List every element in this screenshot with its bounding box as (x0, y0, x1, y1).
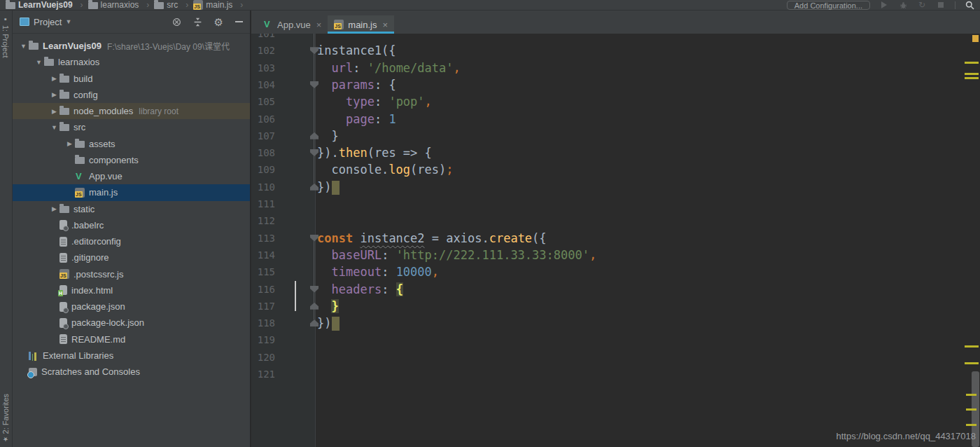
tree-item-.postcssrc.js[interactable]: .postcssrc.js (13, 266, 250, 282)
code-line-113[interactable]: 113const instance2 = axios.create({ (251, 230, 980, 247)
tree-expand-arrow[interactable]: ▶ (49, 205, 59, 212)
tree-item-App.vue[interactable]: App.vue (13, 168, 250, 184)
tree-item-learnaxios[interactable]: ▼learnaxios (13, 54, 250, 70)
code-line-102[interactable]: 102instance1({ (251, 42, 980, 59)
line-number: 104 (251, 76, 275, 93)
tree-item-main.js[interactable]: main.js (13, 184, 250, 200)
code-line-115[interactable]: 115 timeout: 10000, (251, 263, 980, 280)
tree-item-label: index.html (71, 285, 113, 296)
tree-item-config[interactable]: ▶config (13, 87, 250, 103)
tree-item-node_modules[interactable]: ▶node_moduleslibrary root (13, 103, 250, 119)
collapse-all-icon[interactable] (193, 18, 202, 27)
tree-item-.gitignore[interactable]: .gitignore (13, 249, 250, 266)
tree-item-static[interactable]: ▶static (13, 201, 250, 217)
folder-icon (59, 124, 69, 131)
code-editor[interactable]: 101102instance1({103 url: '/home/data',1… (251, 34, 980, 447)
tab-App.vue[interactable]: App.vue× (257, 15, 328, 34)
tree-item-LearnVuejs09[interactable]: ▼LearnVuejs09F:\share\13-Vuejs\Day 09\课堂… (13, 38, 250, 54)
tree-item-suffix: F:\share\13-Vuejs\Day 09\课堂代 (107, 40, 230, 52)
code-line-106[interactable]: 106 page: 1 (251, 111, 980, 128)
code-line-110[interactable]: 110}) (251, 179, 980, 195)
tree-item-README.md[interactable]: README.md (13, 331, 250, 348)
code-line-109[interactable]: 109 console.log(res); (251, 161, 980, 178)
code-line-108[interactable]: 108}).then(res => { (251, 144, 980, 161)
tree-expand-arrow[interactable]: ▶ (49, 108, 59, 115)
code-line-107[interactable]: 107 } (251, 128, 980, 144)
top-bar: LearnVuejs09learnaxiossrcmain.js Add Con… (0, 0, 980, 11)
inspections-indicator[interactable] (972, 35, 979, 42)
code-line-118[interactable]: 118}) (251, 315, 980, 331)
tree-expand-arrow[interactable]: ▼ (49, 124, 59, 131)
hide-panel-icon[interactable] (235, 21, 243, 22)
tree-expand-arrow[interactable]: ▶ (64, 140, 75, 147)
close-icon[interactable]: × (316, 20, 322, 30)
close-icon[interactable]: × (382, 20, 388, 30)
code-line-116[interactable]: 116 headers: { (251, 281, 980, 298)
code-line-114[interactable]: 114 baseURL: 'http://222.111.33.33:8000'… (251, 247, 980, 263)
tree-item-package.json[interactable]: package.json (13, 298, 250, 315)
tree-item-Scratches and Consoles[interactable]: Scratches and Consoles (13, 364, 250, 380)
tree-item-index.html[interactable]: index.html (13, 282, 250, 298)
tree-item-package-lock.json[interactable]: package-lock.json (13, 315, 250, 331)
tree-item-assets[interactable]: ▶assets (13, 136, 250, 152)
code-token: create (489, 231, 532, 245)
project-view-selector[interactable]: Project (34, 17, 62, 27)
tree-item-label: .gitignore (71, 252, 108, 263)
code-line-119[interactable]: 119 (251, 331, 980, 348)
code-line-121[interactable]: 121 (251, 366, 980, 383)
code-text: page: 1 (317, 111, 396, 128)
run-icon[interactable] (879, 0, 889, 10)
code-line-112[interactable]: 112 (251, 212, 980, 229)
selection-block (332, 317, 340, 331)
code-token (353, 231, 360, 245)
tree-item-build[interactable]: ▶build (13, 71, 250, 87)
breadcrumb-item-learnaxios[interactable]: learnaxios (88, 0, 155, 10)
code-token: , (454, 61, 461, 75)
code-token: '/home/data' (368, 61, 454, 75)
tree-expand-arrow[interactable]: ▼ (34, 59, 44, 66)
tree-expand-arrow[interactable]: ▶ (49, 75, 59, 82)
add-configuration-button[interactable]: Add Configuration... (787, 1, 870, 10)
coverage-icon[interactable]: ↻ (917, 0, 927, 10)
locate-file-icon[interactable] (172, 18, 181, 27)
breadcrumb-item-src[interactable]: src (154, 0, 193, 10)
project-view-icon (20, 18, 29, 26)
search-everywhere-icon[interactable] (965, 0, 974, 10)
chevron-down-icon[interactable]: ▼ (65, 18, 71, 25)
tree-item-External Libraries[interactable]: External Libraries (13, 348, 250, 364)
breadcrumb-item-LearnVuejs09[interactable]: LearnVuejs09 (6, 0, 88, 10)
code-token: 'http://222.111.33.33:8000' (396, 248, 589, 262)
code-line-117[interactable]: 117 } (251, 298, 980, 315)
tool-window-button-project[interactable]: 1: Project (1, 15, 10, 57)
stop-icon[interactable] (936, 0, 946, 10)
code-text: }).then(res => { (317, 144, 432, 161)
tool-window-button-favorites[interactable]: 2: Favorites (1, 394, 10, 443)
tree-item-src[interactable]: ▼src (13, 119, 250, 135)
code-line-103[interactable]: 103 url: '/home/data', (251, 60, 980, 76)
tree-expand-arrow[interactable]: ▶ (49, 91, 59, 98)
code-line-101[interactable]: 101 (251, 34, 980, 42)
breadcrumb-label: learnaxios (101, 0, 139, 10)
html-icon (59, 285, 67, 295)
line-number: 115 (251, 263, 275, 280)
code-token: headers (331, 282, 382, 296)
code-line-120[interactable]: 120 (251, 349, 980, 366)
tree-item-.editorconfig[interactable]: .editorconfig (13, 233, 250, 249)
code-line-111[interactable]: 111 (251, 195, 980, 212)
folder-icon (75, 141, 85, 148)
selection-block (332, 181, 340, 195)
code-token: then (339, 146, 368, 160)
debug-icon[interactable] (898, 0, 908, 10)
warning-stripe-mark (965, 62, 979, 64)
tab-main.js[interactable]: main.js× (328, 15, 394, 34)
gear-icon[interactable]: ⚙ (214, 17, 223, 27)
code-token: baseURL (331, 248, 382, 262)
ide-window: LearnVuejs09learnaxiossrcmain.js Add Con… (0, 0, 980, 447)
breadcrumb-item-main.js[interactable]: main.js (193, 0, 248, 10)
tree-item-.babelrc[interactable]: .babelrc (13, 217, 250, 233)
tree-item-components[interactable]: components (13, 152, 250, 168)
code-line-105[interactable]: 105 type: 'pop', (251, 93, 980, 110)
tree-expand-arrow[interactable]: ▼ (18, 43, 29, 50)
code-line-104[interactable]: 104 params: { (251, 76, 980, 93)
line-number: 103 (251, 60, 275, 76)
